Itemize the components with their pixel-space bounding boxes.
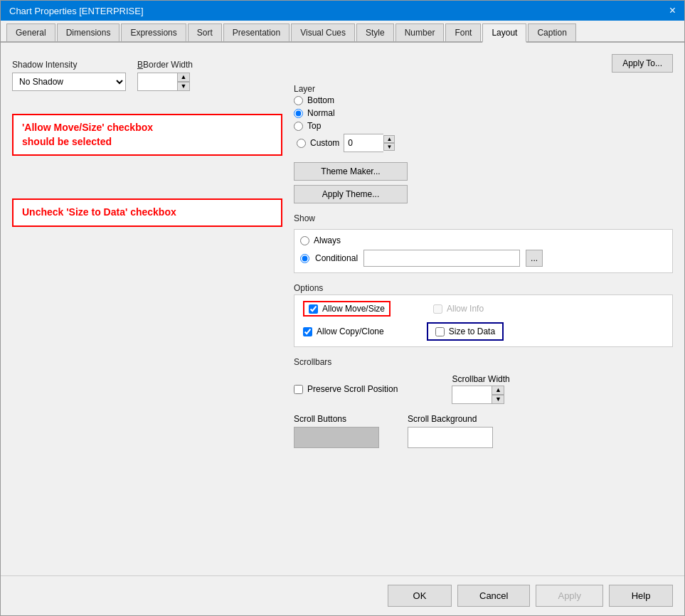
tab-visual-cues[interactable]: Visual Cues [291,23,355,41]
layer-custom-label: Custom [310,138,339,148]
apply-to-container: Apply To... [294,54,673,73]
tab-style[interactable]: Style [356,23,394,41]
custom-up[interactable]: ▲ [383,135,395,143]
size-to-data-highlighted: Size to Data [427,322,504,341]
options-row-2: Allow Copy/Clone Size to Data [303,322,664,341]
options-label: Options [294,283,673,293]
border-width-input[interactable]: 0 pt [137,73,177,91]
layer-normal-row: Normal [294,108,673,118]
allow-move-size-label: Allow Move/Size [322,304,385,314]
show-label: Show [294,213,673,223]
ok-button[interactable]: OK [388,585,452,607]
right-panel: Apply To... Layer Bottom Normal [294,54,673,564]
show-always-label: Always [314,235,341,245]
annotation1-container: 'Allow Move/Size' checkbox should be sel… [12,114,282,156]
dialog-root: Chart Properties [ENTERPRISE] × General … [0,0,685,616]
theme-maker-button[interactable]: Theme Maker... [294,162,408,181]
apply-to-button[interactable]: Apply To... [612,54,673,73]
apply-button[interactable]: Apply [536,585,603,607]
allow-info-checkbox[interactable] [433,304,442,314]
size-to-data-checkbox[interactable] [435,327,445,336]
layer-section: Layer Bottom Normal Top [294,84,673,152]
shadow-select[interactable]: No Shadow [12,73,126,91]
scrollbar-width-buttons: ▲ ▼ [492,386,504,404]
scroll-buttons-color[interactable] [294,427,379,448]
tab-number[interactable]: Number [395,23,445,41]
layer-top-radio[interactable] [294,122,303,131]
show-always-row: Always [300,235,667,245]
button-bar: OK Cancel Apply Help [1,575,684,615]
show-always-radio[interactable] [300,236,309,245]
scrollbar-row: Preserve Scroll Position Scrollbar Width… [294,374,673,404]
tab-presentation[interactable]: Presentation [223,23,290,41]
custom-number-input[interactable] [344,134,383,152]
layer-label: Layer [294,84,673,94]
annotation1-line2: should be selected [22,135,272,149]
layer-bottom-row: Bottom [294,95,673,105]
tab-layout[interactable]: Layout [482,23,526,43]
tab-expressions[interactable]: Expressions [121,23,186,41]
layer-top-row: Top [294,121,673,131]
help-button[interactable]: Help [609,585,673,607]
annotation2-line1: Uncheck 'Size to Data' checkbox [22,206,272,220]
scroll-buttons-group: Scroll Buttons [294,414,379,448]
annotation-box-2: Uncheck 'Size to Data' checkbox [12,198,282,227]
custom-spinner-buttons: ▲ ▼ [383,135,395,151]
dialog-title: Chart Properties [ENTERPRISE] [9,6,144,16]
layer-normal-radio[interactable] [294,109,303,118]
tab-sort[interactable]: Sort [188,23,222,41]
preserve-scroll-checkbox[interactable] [294,385,303,394]
annotation1-line1: 'Allow Move/Size' checkbox [22,121,272,135]
left-panel: Shadow Intensity No Shadow BBorder Width… [12,54,282,564]
tab-font[interactable]: Font [445,23,481,41]
scrollbar-width-down[interactable]: ▼ [492,395,504,404]
theme-buttons: Theme Maker... Apply Theme... [294,162,673,203]
layer-custom-radio[interactable] [297,139,306,148]
allow-info-row: Allow Info [433,304,484,314]
custom-value-spinner: ▲ ▼ [344,134,395,152]
formula-input[interactable]: SubStringCount(Concat(_var_selec [363,250,520,267]
show-section: Show Always Conditional SubStringCount(C… [294,213,673,273]
show-conditional-label: Conditional [315,253,358,263]
scrollbar-width-up[interactable]: ▲ [492,386,504,395]
scroll-background-label: Scroll Background [408,414,493,424]
options-bordered: Allow Move/Size Allow Info Allow Copy/Cl… [294,294,673,347]
allow-copy-clone-label: Allow Copy/Clone [317,326,384,336]
annotation2-container: Uncheck 'Size to Data' checkbox [12,198,282,227]
scrollbar-width-input[interactable]: 9 pt [452,386,492,404]
scrollbar-width-spinner: 9 pt ▲ ▼ [452,386,509,404]
layer-normal-label: Normal [307,108,335,118]
show-conditional-radio[interactable] [300,254,309,263]
annotation-box-1: 'Allow Move/Size' checkbox should be sel… [12,114,282,156]
layer-radio-group: Bottom Normal Top Custom [294,95,673,152]
title-bar: Chart Properties [ENTERPRISE] × [1,1,684,21]
scrollbar-width-group: Scrollbar Width 9 pt ▲ ▼ [452,374,509,404]
layer-top-label: Top [307,121,321,131]
allow-move-size-checkbox[interactable] [309,304,318,314]
border-width-down[interactable]: ▼ [177,82,190,91]
custom-down[interactable]: ▼ [383,143,395,151]
tab-general[interactable]: General [6,23,55,41]
formula-ellipsis-button[interactable]: ... [526,250,543,267]
close-button[interactable]: × [669,5,676,16]
border-width-up[interactable]: ▲ [177,73,190,82]
apply-theme-button[interactable]: Apply Theme... [294,185,408,203]
preserve-scroll-row: Preserve Scroll Position [294,384,398,394]
preserve-scroll-label: Preserve Scroll Position [307,384,398,394]
scrollbars-section: Scrollbars Preserve Scroll Position Scro… [294,357,673,404]
scrollbar-width-label: Scrollbar Width [452,374,509,384]
tab-caption[interactable]: Caption [528,23,575,41]
border-width-spinner-buttons: ▲ ▼ [177,73,190,91]
layer-bottom-label: Bottom [307,95,334,105]
layer-bottom-radio[interactable] [294,96,303,105]
tab-dimensions[interactable]: Dimensions [57,23,120,41]
cancel-button[interactable]: Cancel [457,585,530,607]
shadow-group: Shadow Intensity No Shadow [12,60,126,91]
border-group: BBorder Width 0 pt ▲ ▼ [137,60,193,91]
scroll-background-color[interactable] [408,427,493,448]
show-conditional-row: Conditional SubStringCount(Concat(_var_s… [300,250,667,267]
layer-custom-row: Custom ▲ ▼ [297,134,673,152]
scroll-buttons-section: Scroll Buttons Scroll Background [294,414,673,448]
annotations: 'Allow Move/Size' checkbox should be sel… [12,114,282,227]
allow-copy-clone-checkbox[interactable] [303,327,312,336]
